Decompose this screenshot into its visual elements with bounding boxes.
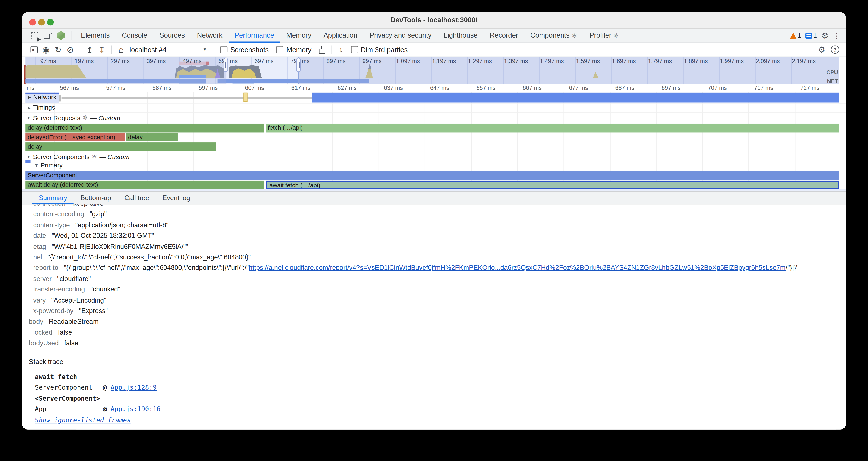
track-network[interactable]: ▶ Network xyxy=(28,94,57,100)
tab-sources[interactable]: Sources xyxy=(153,28,191,42)
track-server-components[interactable]: ▼ Server Components ⚛ — Custom xyxy=(27,153,129,160)
property-key: body xyxy=(29,318,43,325)
tab-privacy-and-security[interactable]: Privacy and security xyxy=(364,28,438,42)
divider xyxy=(80,45,80,54)
tab-elements[interactable]: Elements xyxy=(75,28,116,42)
track-timings[interactable]: ▶ Timings xyxy=(28,104,55,111)
overview-tick-label: 497 ms xyxy=(183,58,202,64)
screenshots-checkbox[interactable]: Screenshots xyxy=(220,46,269,54)
divider xyxy=(213,45,213,54)
event-await-delay-deferred-text-[interactable]: await delay (deferred text) xyxy=(25,180,264,189)
shortcuts-dialog-icon[interactable]: ↕ xyxy=(335,44,347,55)
garbage-collect-icon[interactable] xyxy=(315,44,328,55)
tab-lighthouse[interactable]: Lighthouse xyxy=(438,28,484,42)
warnings-badge[interactable]: 1 xyxy=(790,32,801,39)
checkbox-box xyxy=(220,46,228,53)
ruler-tick-label: 577 ms xyxy=(106,84,125,91)
tab-label: Performance xyxy=(235,32,274,39)
detail-tab-summary[interactable]: Summary xyxy=(32,191,74,204)
expand-arrow-icon[interactable]: ▼ xyxy=(34,163,38,168)
summary-detail-view[interactable]: connection"keep-alive"content-encoding"g… xyxy=(22,204,846,429)
react-atom-icon: ⚛ xyxy=(92,153,97,160)
ruler-tick-label: 647 ms xyxy=(430,84,449,91)
home-icon[interactable]: ⌂ xyxy=(115,44,127,55)
show-ignore-listed-frames[interactable]: Show ignore-listed frames xyxy=(35,415,846,426)
detail-tab-bottom-up[interactable]: Bottom-up xyxy=(74,191,118,204)
clear-icon[interactable]: ⊘ xyxy=(64,44,76,55)
source-location-link[interactable]: App.js:128:9 xyxy=(111,383,157,391)
settings-gear-icon[interactable]: ⚙ xyxy=(821,31,829,39)
property-row: transfer-encoding"chunked" xyxy=(29,284,846,295)
tab-application[interactable]: Application xyxy=(317,28,364,42)
property-value: "keep-alive" xyxy=(71,204,106,207)
device-toolbar-icon[interactable] xyxy=(41,30,54,41)
dim-3rd-parties-checkbox[interactable]: Dim 3rd parties xyxy=(351,46,407,54)
event-delayederror-ayed-exception-[interactable]: delayedError (…ayed exception) xyxy=(25,133,125,142)
live-metrics-icon[interactable]: ▶ xyxy=(28,44,40,55)
property-key: x-powered-by xyxy=(29,307,73,315)
inspect-element-icon[interactable] xyxy=(28,30,41,41)
selection-handle-left[interactable] xyxy=(224,58,228,72)
expand-arrow-icon[interactable]: ▼ xyxy=(27,115,31,120)
record-icon[interactable]: ◉ xyxy=(40,44,52,55)
event-net-line[interactable] xyxy=(62,97,312,98)
tab-label: Recorder xyxy=(490,32,518,39)
bottom-pane: SummaryBottom-upCall treeEvent log conne… xyxy=(22,191,846,429)
net-overview-bar-secondary xyxy=(232,83,253,84)
tab-recorder[interactable]: Recorder xyxy=(484,28,524,42)
divider xyxy=(111,45,112,54)
tab-label: Memory xyxy=(286,32,311,39)
collapse-arrow-icon[interactable]: ▶ xyxy=(28,105,31,110)
event-delay[interactable]: delay xyxy=(126,133,178,142)
tab-console[interactable]: Console xyxy=(116,28,153,42)
report-url-link[interactable]: https://a.nel.cloudflare.com/report/v4?s… xyxy=(249,264,786,272)
download-profile-icon[interactable]: ↧ xyxy=(96,44,108,55)
event-fetch-api-[interactable]: fetch (…/api) xyxy=(266,123,839,132)
tab-label: Network xyxy=(197,32,222,39)
event-net-blue[interactable] xyxy=(312,93,839,103)
ruler-tick-label: 727 ms xyxy=(800,84,819,91)
timeline-overview[interactable]: 97 ms197 ms297 ms397 ms497 ms597 ms697 m… xyxy=(22,57,846,84)
reload-and-record-icon[interactable]: ↻ xyxy=(52,44,64,55)
tab-memory[interactable]: Memory xyxy=(280,28,317,42)
tab-network[interactable]: Network xyxy=(191,28,228,42)
property-value: "W/\"4b1-RjEJloX9kRinu6F0MAZMmy6E5iA\"" xyxy=(52,242,188,250)
track-server-requests[interactable]: ▼ Server Requests ⚛ — Custom xyxy=(27,114,120,121)
memory-checkbox[interactable]: Memory xyxy=(277,46,312,54)
tab-performance[interactable]: Performance xyxy=(228,28,280,42)
flamechart-tracks[interactable]: ▶ Network ▶ Timings ▼ Server Requests ⚛ … xyxy=(22,92,846,191)
event-delay[interactable]: delay xyxy=(25,142,216,151)
at-sign: @ xyxy=(103,405,111,413)
kebab-menu-icon[interactable]: ⋮ xyxy=(833,32,840,39)
selection-handle-right[interactable] xyxy=(296,58,301,72)
tab-label: Sources xyxy=(159,32,185,39)
show-ignore-listed-frames-link[interactable]: Show ignore-listed frames xyxy=(35,416,131,424)
expand-arrow-icon[interactable]: ▼ xyxy=(27,154,31,159)
event-delay-deferred-text-[interactable]: delay (deferred text) xyxy=(25,123,264,132)
event-net-marker[interactable] xyxy=(244,93,247,102)
track-primary[interactable]: ▼ Primary xyxy=(34,162,63,169)
messages-badge[interactable]: 1 xyxy=(805,32,817,39)
stack-frame-function: ServerComponent xyxy=(35,382,103,394)
detail-tab-call-tree[interactable]: Call tree xyxy=(118,191,156,204)
profile-history-select[interactable]: localhost #4 ▼ xyxy=(129,46,207,54)
source-location-link[interactable]: App.js:190:16 xyxy=(111,405,160,413)
event-await-fetch-api-[interactable]: await fetch (…/api) xyxy=(266,180,839,189)
property-value: "cloudflare" xyxy=(57,275,91,283)
upload-profile-icon[interactable]: ↥ xyxy=(84,44,96,55)
overview-tick-label: 2,197 ms xyxy=(792,58,816,64)
cpu-strip-label: CPU xyxy=(826,69,838,76)
tab-components[interactable]: Components⚛ xyxy=(524,28,583,42)
property-key: nel xyxy=(29,253,42,261)
property-value: "{\"report_to\":\"cf-nel\",\"success_fra… xyxy=(48,253,251,261)
capture-settings-gear-icon[interactable]: ⚙ xyxy=(818,46,826,54)
help-icon[interactable]: ? xyxy=(831,46,839,54)
event-servercomponent[interactable]: ServerComponent xyxy=(25,171,839,180)
network-resize-handle[interactable] xyxy=(59,95,61,102)
overview-tick-label: 897 ms xyxy=(327,58,346,64)
nodejs-icon[interactable] xyxy=(54,30,67,41)
detail-tab-event-log[interactable]: Event log xyxy=(156,191,197,204)
property-row: x-powered-by"Express" xyxy=(29,306,846,317)
tab-profiler[interactable]: Profiler⚛ xyxy=(583,28,625,42)
collapse-arrow-icon[interactable]: ▶ xyxy=(28,94,31,99)
